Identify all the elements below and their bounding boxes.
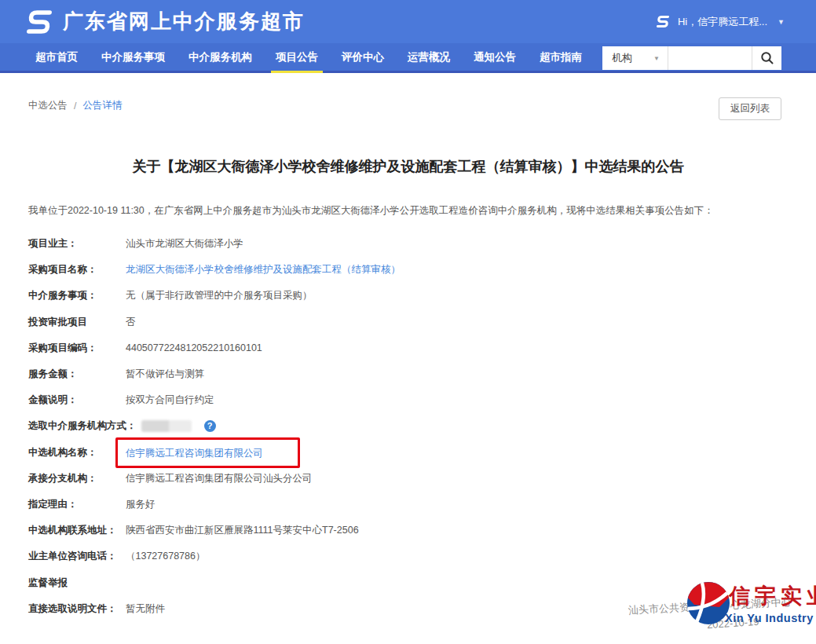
user-logo-icon <box>654 15 671 28</box>
field-label: 承接分支机构： <box>28 472 126 485</box>
field-label: 中选机构名称： <box>28 446 126 459</box>
field-label: 选取中介服务机构方式： <box>28 419 137 433</box>
field-value-link[interactable]: 信宇腾远工程咨询集团有限公司 <box>126 448 263 459</box>
nav-items: 超市首页中介服务事项中介服务机构项目公告评价中心运营概况通知公告超市指南中介专属… <box>24 43 681 71</box>
search-group: 机构 ▼ <box>602 46 781 70</box>
search-category-select[interactable]: 机构 ▼ <box>602 46 668 70</box>
site-logo-icon <box>22 9 57 35</box>
nav-item[interactable]: 评价中心 <box>330 43 396 71</box>
site-title: 广东省网上中介服务超市 <box>63 8 305 35</box>
site-logo: 广东省网上中介服务超市 <box>24 8 305 35</box>
search-category-label: 机构 <box>612 51 632 65</box>
company-name-cn: 信宇实业 <box>729 582 816 610</box>
nav-item[interactable]: 超市首页 <box>24 43 90 71</box>
search-input[interactable] <box>668 46 752 70</box>
page-title: 关于【龙湖区大衙德泽小学校舍维修维护及设施配套工程（结算审核）】中选结果的公告 <box>28 157 788 176</box>
breadcrumb-row: 中选公告 / 公告详情 返回列表 <box>28 99 788 123</box>
nav-item[interactable]: 中介服务事项 <box>90 43 177 71</box>
field-label: 中介服务事项： <box>28 289 126 302</box>
article-intro: 我单位于2022-10-19 11:30，在广东省网上中介服务超市为汕头市龙湖区… <box>28 204 788 218</box>
field-row: 承接分支机构：信宇腾远工程咨询集团有限公司汕头分公司 <box>28 466 788 492</box>
user-greeting: Hi，信宇腾远工程... <box>678 15 767 29</box>
breadcrumb-separator: / <box>74 101 76 112</box>
nav-item[interactable]: 超市指南 <box>528 43 594 71</box>
field-row: 采购项目名称：龙湖区大衙德泽小学校舍维修维护及设施配套工程（结算审核） <box>28 257 788 283</box>
content-area: 中选公告 / 公告详情 返回列表 关于【龙湖区大衙德泽小学校舍维修维护及设施配套… <box>0 99 816 622</box>
highlight-box: 信宇腾远工程咨询集团有限公司 <box>115 437 300 468</box>
field-label: 中选机构联系地址： <box>28 524 126 537</box>
field-row: 服务金额：暂不做评估与测算 <box>28 361 788 387</box>
user-menu[interactable]: Hi，信宇腾远工程... ▼ <box>655 0 785 43</box>
field-value: 无（属于非行政管理的中介服务项目采购） <box>126 289 313 302</box>
field-label: 金额说明： <box>28 393 126 407</box>
field-row: 选取中介服务机构方式：? <box>28 413 788 439</box>
field-label: 采购项目名称： <box>28 263 126 276</box>
field-label: 服务金额： <box>28 368 126 381</box>
field-row: 投资审批项目否 <box>28 309 788 335</box>
field-rows: 项目业主：汕头市龙湖区大衙德泽小学采购项目名称：龙湖区大衙德泽小学校舍维修维护及… <box>28 231 788 622</box>
field-row: 中介服务事项：无（属于非行政管理的中介服务项目采购） <box>28 283 788 309</box>
field-value: 否 <box>126 316 136 329</box>
nav-item[interactable]: 运营概况 <box>396 43 462 71</box>
field-value: 暂无附件 <box>126 602 165 616</box>
field-value: 按双方合同自行约定 <box>126 393 214 407</box>
field-value: 陕西省西安市曲江新区雁展路1111号莱安中心T7-2506 <box>126 524 359 537</box>
back-to-list-button[interactable]: 返回列表 <box>719 97 781 120</box>
field-value: 信宇腾远工程咨询集团有限公司汕头分公司 <box>126 472 313 485</box>
field-label: 直接选取说明文件： <box>28 602 126 616</box>
company-name-en: Xin Yu Industry <box>725 612 814 624</box>
main-nav: 超市首页中介服务事项中介服务机构项目公告评价中心运营概况通知公告超市指南中介专属… <box>0 43 816 73</box>
site-header: 广东省网上中介服务超市 Hi，信宇腾远工程... ▼ <box>0 0 816 43</box>
footer-stamp: 汕头市公共资源交易中心龙湖分中心 2022-10-19 信宇实业 Xin Yu … <box>597 577 816 644</box>
help-icon[interactable]: ? <box>204 420 216 432</box>
field-row: 中选机构联系地址：陕西省西安市曲江新区雁展路1111号莱安中心T7-2506 <box>28 518 788 543</box>
breadcrumb-current[interactable]: 公告详情 <box>82 99 122 112</box>
field-label: 业主单位咨询电话： <box>28 550 126 563</box>
field-value: 4405077224812052210160101 <box>126 342 262 353</box>
search-button[interactable] <box>752 46 781 70</box>
field-row: 中选机构名称：信宇腾远工程咨询集团有限公司 <box>28 440 788 466</box>
field-label: 指定理由： <box>28 498 126 511</box>
redacted-value <box>141 420 192 432</box>
field-row: 金额说明：按双方合同自行约定 <box>28 387 788 413</box>
field-value: 暂不做评估与测算 <box>126 368 204 381</box>
field-label: 监督举报 <box>28 576 126 590</box>
nav-item[interactable]: 中介服务机构 <box>177 43 264 71</box>
field-row: 指定理由：服务好 <box>28 492 788 518</box>
field-row: 项目业主：汕头市龙湖区大衙德泽小学 <box>28 231 788 257</box>
field-value: （13727678786） <box>126 550 205 563</box>
field-label: 投资审批项目 <box>28 316 126 329</box>
breadcrumb: 中选公告 / 公告详情 <box>28 99 122 112</box>
breadcrumb-parent[interactable]: 中选公告 <box>28 99 68 112</box>
search-icon <box>760 51 774 65</box>
field-value: 服务好 <box>126 498 156 511</box>
field-row: 业主单位咨询电话：（13727678786） <box>28 543 788 569</box>
chevron-down-icon: ▼ <box>653 55 660 62</box>
nav-item[interactable]: 项目公告 <box>264 43 330 71</box>
field-label: 项目业主： <box>28 237 126 251</box>
chevron-down-icon: ▼ <box>778 18 785 26</box>
field-value: 汕头市龙湖区大衙德泽小学 <box>126 237 243 251</box>
field-value-link[interactable]: 龙湖区大衙德泽小学校舍维修维护及设施配套工程（结算审核） <box>126 263 401 276</box>
nav-item[interactable]: 通知公告 <box>462 43 528 71</box>
field-row: 采购项目编码：4405077224812052210160101 <box>28 335 788 361</box>
field-label: 采购项目编码： <box>28 342 126 355</box>
